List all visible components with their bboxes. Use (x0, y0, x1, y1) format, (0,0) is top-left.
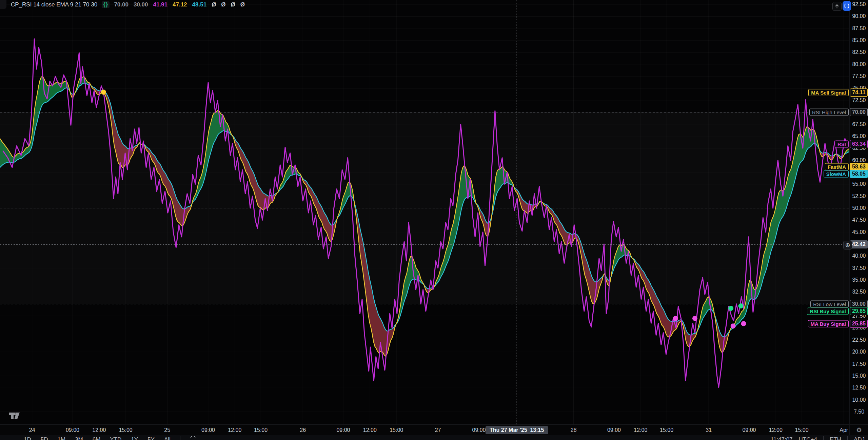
time-label: 15:00 (390, 427, 403, 433)
price-tick-label: 50.00 (850, 205, 868, 211)
price-tick-label: 22.50 (850, 337, 868, 343)
crosshair-plus-button[interactable]: ⊕ (843, 241, 852, 249)
range-button-5d[interactable]: 5D (41, 436, 48, 440)
time-label-day: 25 (164, 427, 170, 433)
time-axis[interactable]: Thu 27 Mar '25 13:15 2409:0012:0015:0025… (0, 424, 849, 435)
price-tick-label: 40.00 (850, 253, 868, 259)
pine-script-icon[interactable]: {} (102, 1, 110, 8)
crosshair-price-label: 42.42 (850, 240, 868, 248)
rsi-low-level-tag: RSI Low Level (810, 300, 849, 307)
axis-settings-corner: ⚙ (849, 424, 868, 435)
range-button-6m[interactable]: 6M (93, 436, 101, 440)
rsi-indicator-chart[interactable] (0, 0, 849, 424)
timezone[interactable]: UTC+4 (799, 436, 817, 440)
fastma-tag: FastMA (825, 163, 849, 170)
indicator-value: Ø (240, 1, 245, 8)
focus-brackets-icon (844, 3, 850, 9)
ma-sell-signal-price-label: 74.11 (850, 88, 868, 97)
price-tick-label: 17.50 (850, 361, 868, 367)
adjust-button[interactable]: ADJ (854, 436, 865, 440)
ma-buy-signal-marker (673, 316, 678, 321)
price-tick-label: 85.00 (850, 37, 868, 43)
price-tick-label: 35.00 (850, 277, 868, 283)
price-tick-label: 90.00 (850, 13, 868, 19)
bottom-toolbar: 1D5D1M3M6MYTD1Y5YAll 11:47:07 UTC+4 ETH … (0, 435, 868, 440)
price-tick-label: 92.50 (850, 1, 868, 7)
price-tick-label: 72.50 (850, 97, 868, 103)
indicator-value: Ø (221, 1, 225, 8)
price-tick-label: 10.00 (850, 397, 868, 403)
settings-gear-icon[interactable]: ⚙ (856, 427, 862, 433)
session-eth-button[interactable]: ETH (830, 436, 841, 440)
price-tick-label: 60.00 (850, 157, 868, 163)
indicator-value: 30.00 (134, 1, 148, 8)
ma-buy-signal-marker (692, 316, 697, 321)
range-button-1d[interactable]: 1D (24, 436, 31, 440)
time-label-day: 24 (29, 427, 35, 433)
scroll-to-recent-button[interactable] (832, 2, 842, 11)
range-button-ytd[interactable]: YTD (110, 436, 121, 440)
time-label: 12:00 (634, 427, 647, 433)
time-label: 12:00 (228, 427, 241, 433)
time-label: 12:00 (363, 427, 377, 433)
clock[interactable]: 11:47:07 (771, 436, 793, 440)
indicator-header: CP_RSI 14 close EMA 9 21 70 30 {} 70.003… (11, 1, 245, 8)
price-tick-label: 20.00 (850, 349, 868, 355)
rsi-buy-signal-price-label: 29.65 (850, 307, 868, 315)
price-tick-label: 47.50 (850, 217, 868, 223)
indicator-title[interactable]: CP_RSI 14 close EMA 9 21 70 30 (11, 1, 97, 8)
price-tick-label: 15.00 (850, 373, 868, 379)
indicator-value: 41.91 (153, 1, 167, 8)
rsi-tag: RSI (835, 141, 849, 148)
price-tick-label: 67.50 (850, 121, 868, 127)
ma-sell-signal-marker (101, 89, 106, 95)
price-tick-label: 87.50 (850, 25, 868, 32)
range-button-1m[interactable]: 1M (57, 436, 65, 440)
rsi-high-level-tag: RSI High Level (809, 109, 849, 116)
time-label: 09:00 (472, 427, 486, 433)
rsi-buy-signal-marker (738, 303, 743, 308)
time-label: 15:00 (795, 427, 809, 433)
toolbar-divider (847, 436, 848, 440)
price-tick-label: 82.50 (850, 49, 868, 55)
price-tick-label: 52.50 (850, 193, 868, 199)
tradingview-chart-window: CP_RSI 14 close EMA 9 21 70 30 {} 70.003… (0, 0, 868, 440)
price-tick-label: 77.50 (850, 73, 868, 79)
toolbar-divider (180, 436, 180, 440)
price-tick-label: 45.00 (850, 229, 868, 235)
price-tick-label: 80.00 (850, 61, 868, 67)
time-label-day: 28 (571, 427, 577, 433)
time-label-day: 26 (300, 427, 306, 433)
time-label-day: 31 (706, 427, 712, 433)
time-label: 12:00 (92, 427, 106, 433)
ma-buy-signal-marker (731, 323, 736, 328)
time-label: 09:00 (201, 427, 215, 433)
time-label: 09:00 (742, 427, 756, 433)
range-button-3m[interactable]: 3M (75, 436, 83, 440)
time-label-day: Apr (840, 427, 848, 433)
calendar-icon[interactable] (190, 437, 196, 440)
price-tick-label: 37.50 (850, 265, 868, 271)
time-label: 09:00 (66, 427, 79, 433)
time-label: 15:00 (119, 427, 133, 433)
left-toolbar-handle[interactable] (0, 0, 6, 9)
range-button-5y[interactable]: 5Y (147, 436, 155, 440)
range-button-all[interactable]: All (164, 436, 171, 440)
rsi-buy-signal-marker (728, 306, 733, 311)
ma-buy-signal-tag: MA Buy Signal (808, 320, 849, 327)
price-axis[interactable]: 92.5090.0087.5085.0082.5080.0077.5075.00… (849, 0, 868, 424)
time-label: 09:00 (336, 427, 350, 433)
rsi-buy-signal-tag: RSI Buy Signal (807, 307, 849, 315)
ma-buy-signal-marker (741, 321, 746, 326)
indicator-value: 48.51 (192, 1, 207, 8)
indicator-values: 70.0030.0041.9147.1248.51ØØØØ (114, 1, 245, 8)
maximize-chart-button[interactable] (843, 1, 851, 11)
price-tick-label: 32.50 (850, 289, 868, 295)
toolbar-right: 11:47:07 UTC+4 ETH ADJ (771, 436, 865, 440)
indicator-value: 70.00 (114, 1, 129, 8)
range-button-1y[interactable]: 1Y (131, 436, 138, 440)
tradingview-logo[interactable] (9, 412, 20, 419)
date-range-buttons: 1D5D1M3M6MYTD1Y5YAll (24, 436, 171, 440)
time-label: 15:00 (254, 427, 268, 433)
rsi-high-level-price-label: 70.00 (850, 108, 868, 116)
